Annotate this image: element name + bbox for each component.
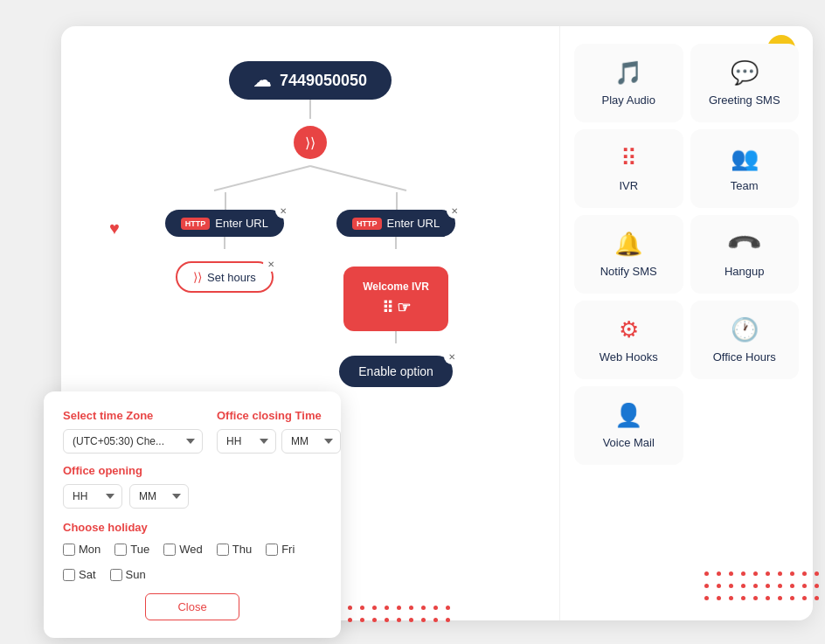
checkbox-sun-input[interactable] (110, 569, 122, 581)
action-card-ivr[interactable]: ⠿ IVR (574, 129, 683, 208)
greeting-sms-label: Greeting SMS (709, 93, 780, 107)
right-url-node[interactable]: HTTP Enter URL ✕ (336, 210, 455, 237)
popup-panel: Select time Zone (UTC+05:30) Che... Offi… (44, 391, 341, 638)
hand-icon: ☞ (397, 298, 411, 317)
ivr-icons: ⠿ ☞ (382, 298, 411, 317)
action-card-team[interactable]: 👥 Team (690, 129, 800, 208)
checkbox-sat[interactable]: Sat (63, 568, 96, 581)
ivr-icon: ⠿ (620, 145, 637, 172)
notify-sms-label: Notify SMS (600, 265, 657, 278)
team-label: Team (731, 179, 759, 192)
opening-section: Office opening HH MM (63, 464, 322, 509)
http-badge-left: HTTP (181, 218, 211, 230)
opening-label: Office opening (63, 464, 322, 477)
enable-option-label: Enable option (358, 364, 433, 378)
office-hours-icon: 🕐 (731, 316, 759, 343)
checkbox-thu[interactable]: Thu (217, 543, 252, 556)
grid-icon: ⠿ (382, 298, 393, 317)
close-popup-button[interactable]: Close (145, 593, 239, 620)
welcome-ivr-label: Welcome IVR (363, 280, 429, 293)
phone-number-node[interactable]: ☁ 7449050050 (229, 61, 392, 100)
left-branch: HTTP Enter URL ✕ ⟩⟩ Set hours ✕ (165, 192, 284, 387)
phone-number: 7449050050 (280, 72, 367, 90)
holiday-section: Choose holiday Mon Tue Wed Thu (63, 521, 322, 581)
action-card-play-audio[interactable]: 🎵 Play Audio (574, 44, 683, 122)
checkbox-sun[interactable]: Sun (110, 568, 146, 581)
right-branch: HTTP Enter URL ✕ Welcome IVR ⠿ ☞ Enable … (336, 192, 455, 387)
voicemail-label: Voice Mail (603, 436, 655, 449)
closing-hh-select[interactable]: HH (217, 429, 276, 454)
ivr-label: IVR (619, 179, 638, 192)
checkbox-mon[interactable]: Mon (63, 543, 101, 556)
set-hours-close[interactable]: ✕ (263, 256, 279, 272)
closing-mm-select[interactable]: MM (281, 429, 341, 454)
http-badge-right: HTTP (352, 218, 382, 230)
greeting-sms-icon: 💬 (731, 59, 759, 87)
opening-mm-select[interactable]: MM (129, 484, 189, 509)
branches: HTTP Enter URL ✕ ⟩⟩ Set hours ✕ HTTP Ent… (165, 192, 455, 387)
action-card-notify-sms[interactable]: 🔔 Notify SMS (574, 215, 683, 294)
voicemail-icon: 👤 (614, 402, 642, 429)
right-url-close[interactable]: ✕ (447, 203, 462, 218)
closing-time-section: Office closing Time HH MM (217, 409, 341, 454)
weekend-checkboxes: Sat Sun (63, 568, 322, 581)
webhooks-icon: ⚙ (619, 316, 639, 343)
set-hours-label: Set hours (207, 271, 256, 284)
action-card-greeting-sms[interactable]: 💬 Greeting SMS (690, 44, 800, 122)
closing-time-inputs: HH MM (217, 429, 341, 454)
connector-left (224, 237, 225, 249)
dots-decoration-right (704, 571, 822, 603)
left-url-node[interactable]: HTTP Enter URL ✕ (165, 210, 284, 237)
hangup-label: Hangup (724, 265, 765, 278)
team-icon: 👥 (731, 145, 759, 172)
play-audio-label: Play Audio (602, 93, 655, 107)
action-card-hangup[interactable]: 📞 Hangup (690, 215, 800, 294)
timezone-section: Select time Zone (UTC+05:30) Che... (63, 409, 203, 454)
set-hours-node[interactable]: ⟩⟩ Set hours ✕ (176, 261, 274, 293)
connector-right (395, 237, 397, 249)
welcome-ivr-node[interactable]: Welcome IVR ⠿ ☞ (343, 267, 448, 331)
left-url-close[interactable]: ✕ (275, 203, 291, 218)
checkbox-fri-input[interactable] (266, 544, 278, 556)
opening-time-inputs: HH MM (63, 484, 322, 509)
enable-option-node[interactable]: Enable option ✕ (339, 356, 453, 387)
play-audio-icon: 🎵 (614, 59, 642, 87)
office-hours-label: Office Hours (713, 350, 776, 364)
action-card-voicemail[interactable]: 👤 Voice Mail (574, 386, 683, 465)
timezone-label: Select time Zone (63, 409, 203, 422)
flow-panel: ☁ 7449050050 ⟩⟩ HTTP Enter URL ✕ (61, 26, 559, 620)
action-icon: ⟩⟩ (305, 135, 315, 151)
notify-sms-icon: 🔔 (614, 231, 642, 258)
webhooks-label: Web Hooks (600, 350, 658, 364)
timezone-select[interactable]: (UTC+05:30) Che... (63, 429, 203, 454)
checkbox-tue[interactable]: Tue (114, 543, 149, 556)
checkbox-wed-input[interactable] (163, 544, 176, 556)
set-hours-icon: ⟩⟩ (193, 270, 202, 284)
holiday-checkboxes: Mon Tue Wed Thu Fri (63, 543, 322, 556)
checkbox-mon-input[interactable] (63, 544, 75, 556)
hangup-icon: 📞 (724, 225, 764, 264)
action-card-webhooks[interactable]: ⚙ Web Hooks (574, 301, 683, 379)
enable-close[interactable]: ✕ (444, 349, 460, 364)
opening-hh-select[interactable]: HH (63, 484, 122, 509)
action-card-office-hours[interactable]: 🕐 Office Hours (690, 301, 800, 379)
checkbox-sat-input[interactable] (63, 569, 75, 581)
popup-top-row: Select time Zone (UTC+05:30) Che... Offi… (63, 409, 322, 454)
actions-panel: 🎵 Play Audio 💬 Greeting SMS ⠿ IVR 👥 Team… (559, 26, 813, 620)
checkbox-fri[interactable]: Fri (266, 543, 295, 556)
svg-line-0 (214, 166, 310, 190)
closing-time-label: Office closing Time (217, 409, 341, 422)
main-container: ♥ ☁ 7449050050 ⟩⟩ HTTP Enter URL (61, 26, 813, 620)
checkbox-tue-input[interactable] (114, 544, 127, 556)
action-circle-button[interactable]: ⟩⟩ (294, 126, 327, 159)
left-url-text: Enter URL (215, 217, 268, 230)
cloud-icon: ☁ (253, 70, 271, 91)
connector-right-2 (395, 331, 397, 343)
checkbox-thu-input[interactable] (217, 544, 229, 556)
right-url-text: Enter URL (387, 217, 440, 230)
holiday-label: Choose holiday (63, 521, 322, 534)
checkbox-wed[interactable]: Wed (163, 543, 203, 556)
svg-line-1 (310, 166, 406, 190)
connector-line-1 (309, 100, 311, 119)
branch-svg (127, 166, 494, 192)
